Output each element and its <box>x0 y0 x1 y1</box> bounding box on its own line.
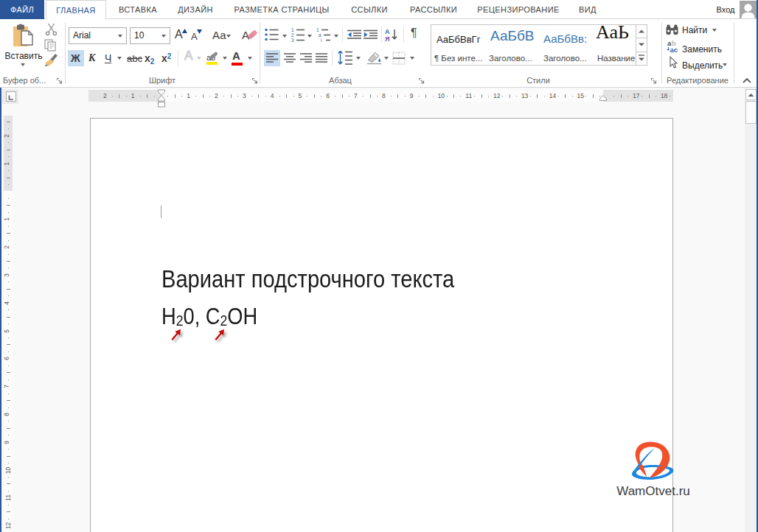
svg-text:a: a <box>319 32 321 38</box>
svg-text:1: 1 <box>316 27 319 32</box>
svg-text:i: i <box>321 38 321 42</box>
svg-text:2: 2 <box>291 32 294 38</box>
svg-text:1: 1 <box>291 27 294 32</box>
svg-text:А: А <box>242 29 249 41</box>
svg-text:Я: Я <box>385 35 389 42</box>
svg-text:3: 3 <box>291 38 294 42</box>
svg-text:ac: ac <box>670 46 678 53</box>
svg-text:А: А <box>385 28 390 35</box>
